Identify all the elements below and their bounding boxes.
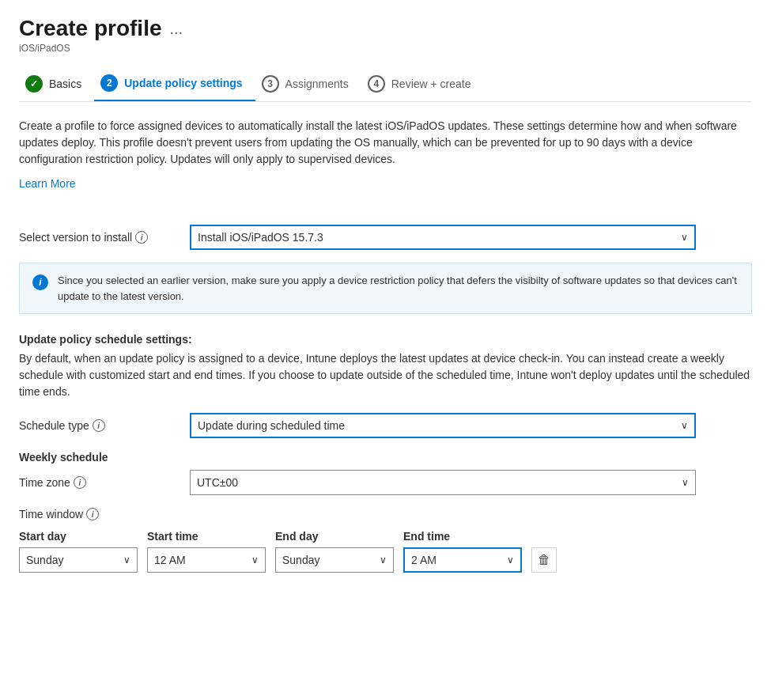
step-3-label: Assignments <box>285 78 349 90</box>
steps-nav: ✓ Basics 2 Update policy settings 3 Assi… <box>19 66 752 102</box>
timezone-label: Time zone i <box>19 476 177 489</box>
time-window-info-icon[interactable]: i <box>86 508 99 520</box>
end-time-value: 2 AM <box>411 554 437 566</box>
description-text: Create a profile to force assigned devic… <box>19 118 752 168</box>
start-time-value: 12 AM <box>154 554 186 566</box>
end-day-chevron-icon: ∨ <box>380 554 387 566</box>
step-assignments[interactable]: 3 Assignments <box>255 67 361 100</box>
start-day-header: Start day <box>19 530 138 543</box>
step-3-number: 3 <box>267 78 273 89</box>
time-window-label: Time window i <box>19 508 752 520</box>
schedule-type-info-icon[interactable]: i <box>93 419 105 432</box>
schedule-heading: Update policy schedule settings: <box>19 333 752 346</box>
timezone-row: Time zone i UTC±00 ∨ <box>19 470 752 495</box>
step-4-number: 4 <box>373 78 379 89</box>
end-time-chevron-icon: ∨ <box>507 554 514 566</box>
version-row: Select version to install i Install iOS/… <box>19 225 752 250</box>
delete-icon: 🗑 <box>538 553 550 567</box>
weekly-schedule-label: Weekly schedule <box>19 451 752 464</box>
info-banner-text: Since you selected an earlier version, m… <box>58 273 739 304</box>
timezone-chevron-icon: ∨ <box>682 477 689 488</box>
start-day-chevron-icon: ∨ <box>123 554 130 566</box>
timezone-info-icon[interactable]: i <box>74 476 86 489</box>
step-2-label: Update policy settings <box>124 77 242 89</box>
step-1-circle: ✓ <box>25 75 43 93</box>
end-time-dropdown[interactable]: 2 AM ∨ <box>403 547 522 573</box>
version-info-icon[interactable]: i <box>135 231 148 244</box>
step-review-create[interactable]: 4 Review + create <box>361 67 484 100</box>
end-time-header: End time <box>403 530 522 543</box>
end-day-header: End day <box>275 530 394 543</box>
schedule-type-label: Schedule type i <box>19 419 177 432</box>
info-banner: i Since you selected an earlier version,… <box>19 263 752 314</box>
step-1-label: Basics <box>49 78 81 90</box>
step-update-policy[interactable]: 2 Update policy settings <box>94 66 255 101</box>
version-label: Select version to install i <box>19 231 177 244</box>
step-1-check: ✓ <box>30 78 38 89</box>
page-subtitle: iOS/iPadOS <box>19 43 752 54</box>
start-time-chevron-icon: ∨ <box>251 554 259 566</box>
time-window-row: Sunday ∨ 12 AM ∨ Sunday ∨ 2 AM ∨ 🗑 <box>19 547 752 573</box>
schedule-type-dropdown[interactable]: Update during scheduled time ∨ <box>190 413 696 438</box>
step-basics[interactable]: ✓ Basics <box>19 67 94 100</box>
page-title: Create profile <box>19 16 162 41</box>
info-banner-icon: i <box>32 274 48 290</box>
end-day-value: Sunday <box>282 554 319 566</box>
end-day-dropdown[interactable]: Sunday ∨ <box>275 547 394 573</box>
ellipsis-menu[interactable]: ... <box>170 20 183 38</box>
start-day-dropdown[interactable]: Sunday ∨ <box>19 547 138 573</box>
schedule-desc: By default, when an update policy is ass… <box>19 350 752 400</box>
version-chevron-icon: ∨ <box>681 232 688 243</box>
start-time-dropdown[interactable]: 12 AM ∨ <box>147 547 266 573</box>
start-time-header: Start time <box>147 530 266 543</box>
step-4-circle: 4 <box>368 75 385 93</box>
step-2-number: 2 <box>107 78 112 89</box>
schedule-type-row: Schedule type i Update during scheduled … <box>19 413 752 438</box>
timezone-dropdown[interactable]: UTC±00 ∨ <box>190 470 696 495</box>
schedule-type-value: Update during scheduled time <box>198 419 345 432</box>
step-3-circle: 3 <box>262 75 279 93</box>
version-dropdown-value: Install iOS/iPadOS 15.7.3 <box>198 231 323 244</box>
start-day-value: Sunday <box>26 554 63 566</box>
learn-more-link[interactable]: Learn More <box>19 177 76 190</box>
version-dropdown[interactable]: Install iOS/iPadOS 15.7.3 ∨ <box>190 225 696 250</box>
step-4-label: Review + create <box>391 78 471 90</box>
delete-time-window-button[interactable]: 🗑 <box>531 547 557 573</box>
time-window-section: Start day Start time End day End time Su… <box>19 530 752 573</box>
schedule-type-chevron-icon: ∨ <box>681 420 688 431</box>
step-2-circle: 2 <box>100 74 118 92</box>
timezone-value: UTC±00 <box>197 476 238 489</box>
